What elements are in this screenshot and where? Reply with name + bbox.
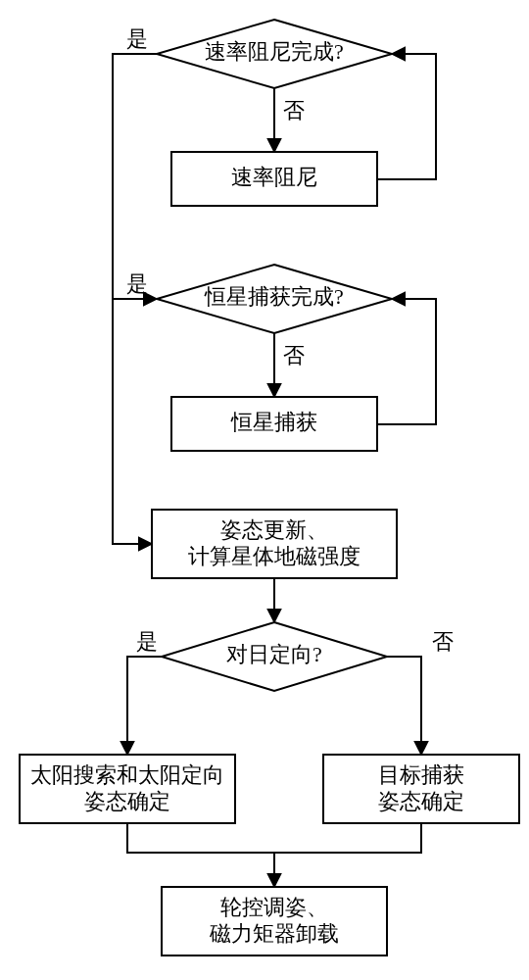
edge-d3-yes-label: 是 — [136, 629, 158, 654]
process-attitude-update: 姿态更新、 计算星体地磁强度 — [152, 510, 397, 578]
process-sun-search-orientation: 太阳搜索和太阳定向 姿态确定 — [20, 755, 235, 823]
edge-d1-yes-label: 是 — [126, 26, 148, 51]
decision-star-acquisition-complete-label: 恒星捕获完成? — [204, 284, 344, 309]
edge-d2-yes-label: 是 — [126, 271, 148, 296]
process-star-acquisition: 恒星捕获 — [171, 397, 377, 451]
process-rate-damping: 速率阻尼 — [171, 152, 377, 206]
decision-rate-damping-complete: 速率阻尼完成? — [157, 20, 392, 88]
process-sun-search-orientation-line1: 太阳搜索和太阳定向 — [30, 762, 224, 787]
process-star-acquisition-label: 恒星捕获 — [230, 410, 317, 434]
process-attitude-update-line1: 姿态更新、 — [220, 517, 328, 542]
edge-d3-no-label: 否 — [432, 629, 454, 654]
process-wheel-control-line1: 轮控调姿、 — [220, 895, 328, 919]
process-rate-damping-label: 速率阻尼 — [231, 165, 317, 189]
edge-p1-loop — [377, 54, 436, 179]
decision-sun-orientation: 对日定向? — [162, 622, 387, 691]
edge-d3-no — [387, 657, 421, 755]
edge-d2-yes-seg1 — [113, 299, 157, 510]
process-wheel-control-line2: 磁力矩器卸载 — [209, 921, 339, 946]
process-target-acquisition-line1: 目标捕获 — [378, 762, 464, 787]
process-target-acquisition: 目标捕获 姿态确定 — [323, 755, 519, 823]
process-target-acquisition-line2: 姿态确定 — [378, 789, 464, 813]
decision-sun-orientation-label: 对日定向? — [226, 642, 322, 666]
process-sun-search-orientation-line2: 姿态确定 — [84, 789, 170, 813]
edge-p2-loop — [377, 299, 436, 424]
edge-d1-no-label: 否 — [283, 98, 305, 122]
edge-d1-yes-seg1 — [113, 54, 157, 265]
edge-p5-merge — [274, 823, 421, 853]
edge-p4-merge — [127, 823, 274, 853]
decision-rate-damping-complete-label: 速率阻尼完成? — [205, 39, 344, 64]
edge-d2-yes-seg2 — [113, 510, 152, 544]
process-attitude-update-line2: 计算星体地磁强度 — [188, 544, 361, 568]
edge-d2-no-label: 否 — [283, 343, 305, 368]
edge-d3-yes — [127, 657, 162, 755]
process-wheel-control: 轮控调姿、 磁力矩器卸载 — [162, 887, 387, 956]
decision-star-acquisition-complete: 恒星捕获完成? — [157, 265, 392, 333]
